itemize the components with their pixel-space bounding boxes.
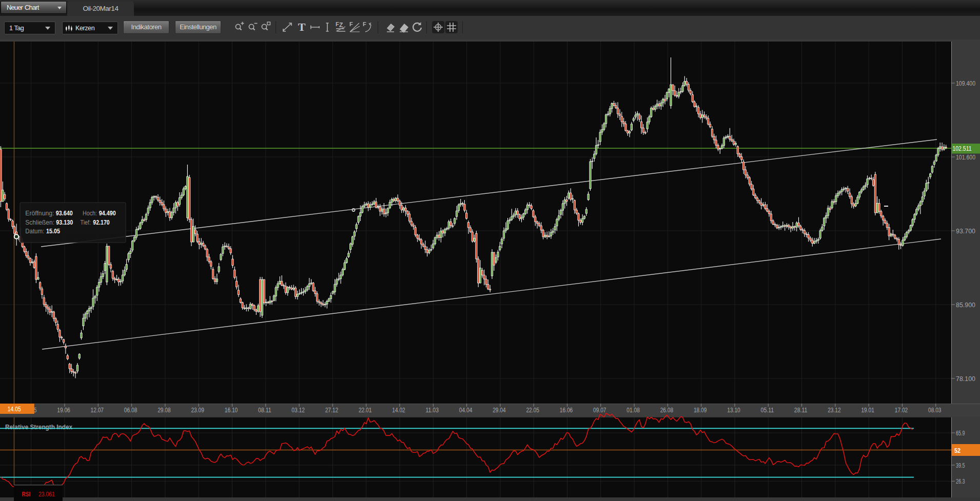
svg-text:23.061: 23.061 — [38, 491, 55, 498]
svg-text:23.12: 23.12 — [828, 406, 841, 414]
svg-text:22.05: 22.05 — [526, 406, 539, 414]
svg-text:Hoch:: Hoch: — [83, 210, 97, 217]
svg-text:Eröffnung:: Eröffnung: — [25, 210, 54, 217]
svg-text:109.400: 109.400 — [956, 79, 975, 87]
svg-text:39.5: 39.5 — [956, 462, 965, 469]
svg-text:16.10: 16.10 — [225, 406, 238, 414]
svg-text:27.12: 27.12 — [325, 406, 339, 414]
svg-text:F: F — [336, 21, 339, 27]
svg-text:08.11: 08.11 — [258, 406, 271, 414]
svg-text:01.08: 01.08 — [626, 406, 640, 414]
svg-text:13.10: 13.10 — [727, 406, 740, 414]
svg-text:03.12: 03.12 — [291, 406, 305, 414]
svg-text:93.640: 93.640 — [56, 210, 73, 217]
svg-text:14.02: 14.02 — [392, 406, 405, 414]
svg-text:26.3: 26.3 — [956, 477, 965, 485]
svg-text:F: F — [349, 21, 353, 27]
svg-text:Relative Strength Index: Relative Strength Index — [5, 423, 73, 431]
svg-text:17.02: 17.02 — [895, 406, 908, 414]
svg-text:26.08: 26.08 — [660, 406, 674, 414]
svg-text:29.08: 29.08 — [158, 406, 171, 414]
svg-text:22.01: 22.01 — [359, 406, 372, 414]
svg-text:Tief:: Tief: — [81, 219, 91, 226]
svg-text:15.05: 15.05 — [46, 228, 60, 235]
svg-text:04.04: 04.04 — [459, 406, 473, 414]
svg-text:29.04: 29.04 — [493, 406, 506, 414]
svg-text:Datum:: Datum: — [25, 228, 44, 235]
svg-text:92.170: 92.170 — [93, 219, 109, 226]
svg-text:23.09: 23.09 — [191, 406, 204, 414]
svg-text:18.09: 18.09 — [694, 406, 707, 414]
svg-text:06.08: 06.08 — [124, 406, 138, 414]
svg-text:12.07: 12.07 — [91, 406, 104, 414]
svg-text:05.11: 05.11 — [761, 406, 774, 414]
svg-text:09.07: 09.07 — [593, 406, 606, 414]
svg-text:94.490: 94.490 — [99, 210, 116, 217]
svg-text:RSI: RSI — [22, 491, 30, 498]
svg-text:93.130: 93.130 — [56, 219, 73, 226]
svg-text:Z: Z — [339, 22, 343, 29]
svg-text:11.03: 11.03 — [426, 406, 439, 414]
svg-text:16.06: 16.06 — [560, 406, 573, 414]
svg-text:14.05: 14.05 — [8, 405, 21, 413]
svg-text:19.01: 19.01 — [861, 406, 874, 414]
svg-text:28.11: 28.11 — [794, 406, 808, 414]
svg-text:52: 52 — [954, 447, 961, 454]
svg-text:101.600: 101.600 — [956, 153, 975, 161]
svg-text:78.100: 78.100 — [956, 375, 975, 383]
svg-text:93.700: 93.700 — [956, 227, 975, 235]
svg-text:19.06: 19.06 — [57, 406, 70, 414]
svg-text:65.9: 65.9 — [956, 429, 965, 437]
svg-text:08.03: 08.03 — [928, 406, 942, 414]
svg-text:Schließen:: Schließen: — [25, 219, 54, 226]
svg-text:85.900: 85.900 — [956, 301, 975, 309]
svg-text:102.511: 102.511 — [953, 145, 972, 152]
svg-text:F: F — [363, 21, 366, 27]
